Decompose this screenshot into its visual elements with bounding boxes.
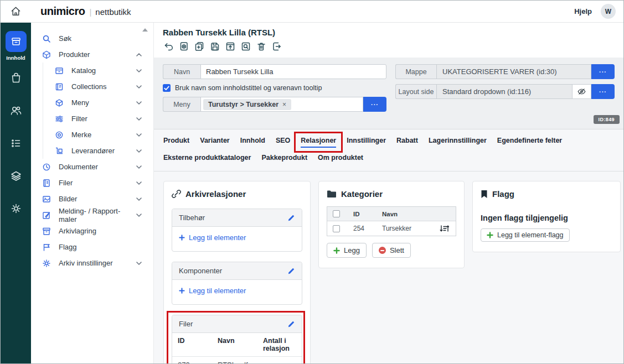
add-flag-button[interactable]: Legg til element-flagg	[481, 228, 570, 242]
filer-table-row[interactable]: 873 RTSL.pdf	[172, 357, 302, 364]
chevron-down-icon	[136, 117, 142, 121]
select-all-checkbox[interactable]	[333, 210, 340, 217]
filer-table-header: ID Navn Antall i relasjon	[172, 333, 302, 357]
name-input[interactable]	[200, 64, 386, 79]
sidebar-item-produkter[interactable]: Produkter	[31, 46, 153, 63]
tab-produkt[interactable]: Produkt	[163, 137, 189, 148]
tab-egendefinerte-felter[interactable]: Egendefinerte felter	[497, 137, 562, 148]
folder-field-group: Mappe UKATEGORISERTE VARER (id:30) ···	[395, 64, 615, 79]
eye-slash-icon[interactable]	[573, 84, 591, 99]
brand-logo: unimicro | nettbutikk	[40, 5, 131, 18]
sidebar-item-sok[interactable]: Søk	[31, 30, 153, 46]
folder-more-button[interactable]: ···	[591, 64, 615, 79]
delete-category-button[interactable]: Slett	[372, 243, 411, 258]
tab-rabatt[interactable]: Rabatt	[396, 137, 418, 148]
sidebar-item-leverandorer[interactable]: Leverandører	[43, 143, 153, 159]
menu-field-label: Meny	[163, 97, 200, 112]
sidebar-item-arkiv-innstillinger[interactable]: Arkiv innstillinger	[31, 255, 153, 271]
tab-om-produktet[interactable]: Om produktet	[318, 154, 363, 164]
add-category-button[interactable]: Legg	[327, 243, 367, 258]
sort-order-icon[interactable]	[440, 225, 449, 232]
tab-bar: Produkt Varianter Innhold SEO Relasjoner…	[154, 129, 623, 171]
bookmark-icon	[481, 190, 488, 199]
checklist-icon[interactable]	[10, 137, 22, 149]
edit-pencil-icon[interactable]	[287, 267, 295, 275]
gear-icon[interactable]	[10, 202, 22, 215]
sidebar-item-arkivlagring[interactable]: Arkivlagring	[31, 223, 153, 239]
tab-innhold[interactable]: Innhold	[240, 137, 265, 148]
sidebar-item-filter[interactable]: Filter	[43, 111, 153, 127]
new-item-icon[interactable]	[178, 41, 189, 52]
history-clock-icon	[42, 163, 51, 171]
chevron-down-icon	[136, 262, 142, 265]
folder-value: UKATEGORISERTE VARER (id:30)	[436, 64, 591, 79]
save-icon[interactable]	[209, 41, 220, 52]
archive-box-icon	[11, 36, 22, 47]
shopping-bag-icon[interactable]	[10, 72, 22, 84]
plus-icon	[179, 235, 185, 241]
produkter-subgroup: Katalog Collections Meny Filter	[43, 63, 153, 159]
sidebar-item-katalog[interactable]: Katalog	[43, 63, 153, 79]
tab-lagerinnstillinger[interactable]: Lagerinnstillinger	[429, 137, 487, 148]
archive-storage-icon	[42, 227, 51, 236]
duplicate-icon[interactable]	[194, 41, 205, 52]
chevron-down-icon	[136, 214, 142, 217]
add-elements-link[interactable]: Legg til elementer	[179, 233, 246, 242]
menu-more-button[interactable]: ···	[363, 97, 386, 112]
preview-icon[interactable]	[240, 41, 251, 52]
tab-seo[interactable]: SEO	[276, 137, 290, 148]
tab-relasjoner[interactable]: Relasjoner	[301, 137, 336, 148]
undo-icon[interactable]	[163, 41, 174, 52]
layout-value: Standard dropdown (id:116)	[436, 84, 573, 99]
tab-eksterne-produktkataloger[interactable]: Eksterne produktkataloger	[163, 154, 251, 164]
remove-tag-icon[interactable]: ×	[282, 101, 286, 108]
layers-icon[interactable]	[10, 170, 22, 182]
sidebar-item-filer[interactable]: Filer	[31, 175, 153, 191]
checked-checkbox[interactable]	[163, 84, 171, 92]
chevron-down-icon	[136, 197, 142, 201]
use-name-checkbox-row: Bruk navn som innholdstittel og varenavn…	[163, 84, 386, 92]
trash-icon[interactable]	[256, 41, 267, 52]
sidebar-item-melding-rapport-maler[interactable]: Melding- / Rapport-maler	[31, 207, 153, 223]
id-badge: ID:849	[594, 115, 620, 124]
publish-icon[interactable]	[225, 41, 236, 52]
search-icon	[42, 34, 51, 43]
no-flags-text: Ingen flagg tilgjengelig	[481, 214, 612, 222]
content-header: Rabben Tursekk Lilla (RTSL)	[154, 23, 623, 58]
app-window: unimicro | nettbutikk Hjelp W Innhold	[0, 0, 624, 364]
kategorier-title: Kategorier	[341, 189, 383, 199]
edit-pencil-icon[interactable]	[287, 320, 295, 328]
rail-item-innhold-label: Innhold	[6, 55, 25, 61]
help-link[interactable]: Hjelp	[574, 7, 592, 15]
sidebar-item-merke[interactable]: Merke	[43, 127, 153, 143]
tab-pakkeprodukt[interactable]: Pakkeprodukt	[261, 154, 307, 164]
layout-more-button[interactable]: ···	[591, 84, 615, 99]
sidebar-item-flagg[interactable]: Flagg	[31, 239, 153, 255]
page-title: Rabben Tursekk Lilla (RTSL)	[163, 28, 615, 37]
tilbehor-title: Tilbehør	[179, 214, 205, 222]
rail-item-innhold[interactable]	[6, 31, 27, 52]
row-checkbox[interactable]	[333, 225, 340, 232]
home-icon[interactable]	[10, 6, 22, 17]
sidebar-item-bilder[interactable]: Bilder	[31, 191, 153, 207]
kategorier-table: ID Navn 254 Tursekker	[327, 206, 456, 236]
sidebar-item-meny[interactable]: Meny	[43, 95, 153, 111]
folder-icon	[327, 190, 337, 199]
tab-varianter[interactable]: Varianter	[200, 137, 230, 148]
avatar[interactable]: W	[601, 4, 616, 19]
users-icon[interactable]	[10, 105, 22, 117]
sidebar-item-dokumenter[interactable]: Dokumenter	[31, 159, 153, 175]
filer-title: Filer	[179, 320, 193, 328]
sidebar-item-collections[interactable]: Collections	[43, 79, 153, 95]
sidebar-nav: Søk Produkter Katalog Collections	[31, 23, 154, 363]
chevron-down-icon	[136, 165, 142, 169]
kategorier-table-row[interactable]: 254 Tursekker	[327, 221, 456, 236]
export-icon[interactable]	[271, 41, 282, 52]
edit-pencil-icon[interactable]	[287, 214, 295, 222]
scroll-up-icon[interactable]	[142, 28, 148, 32]
tab-innstillinger[interactable]: Innstillinger	[347, 137, 386, 148]
add-elements-link[interactable]: Legg til elementer	[179, 287, 246, 295]
link-icon	[172, 189, 181, 199]
flagg-card: Flagg Ingen flagg tilgjengelig Legg til …	[472, 181, 621, 252]
menu-tags-input[interactable]: Turutstyr > Tursekker ×	[200, 97, 363, 112]
